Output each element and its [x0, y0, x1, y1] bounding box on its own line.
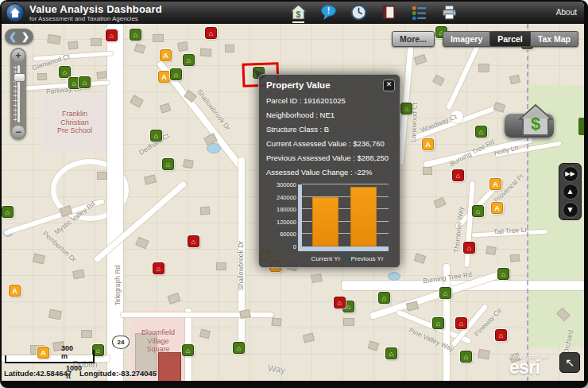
parcel-marker-green[interactable]: ⌂ — [79, 76, 91, 88]
street-label: Shallowbrook Dr — [195, 87, 232, 131]
longitude-value: Longitude:-83.274045 — [79, 369, 157, 378]
parcel-marker-green[interactable]: ⌂ — [439, 287, 451, 299]
zoom-in-button[interactable]: + — [12, 49, 25, 62]
parcel-marker-green[interactable]: ⌂ — [59, 66, 71, 78]
building — [478, 64, 489, 72]
parcel-marker-green[interactable]: ⌂ — [432, 317, 444, 329]
house-dollar-icon[interactable]: $ — [518, 103, 553, 140]
parcel-marker-green[interactable]: ⌂ — [475, 126, 487, 138]
building — [485, 246, 497, 255]
bar-current-yr — [312, 197, 338, 246]
esri-attribution: POWERED BY esri — [509, 355, 551, 374]
legend-list-icon[interactable] — [411, 4, 427, 21]
y-tick-label: 120000 — [268, 218, 296, 225]
field-value: -22% — [354, 168, 372, 177]
parcel-marker-a[interactable]: A — [158, 71, 170, 83]
building — [239, 309, 251, 319]
fast-forward-icon[interactable]: ▶▶ — [563, 166, 578, 182]
building — [134, 43, 146, 53]
svg-text:!: ! — [327, 6, 331, 15]
building — [272, 317, 282, 326]
road — [446, 36, 484, 110]
parcel-marker-green[interactable]: ⌂ — [233, 342, 245, 354]
parcel-marker-green[interactable]: ⌂ — [378, 292, 390, 304]
parcel-marker-green[interactable]: ⌂ — [385, 347, 397, 359]
clock-icon[interactable] — [350, 4, 367, 21]
collapsed-panel-edge-tab[interactable] — [578, 118, 584, 135]
basemap-button-tax-map[interactable]: Tax Map — [531, 31, 578, 47]
building — [33, 253, 45, 264]
parcel-marker-red[interactable]: ⌂ — [205, 27, 217, 39]
bookmarks-icon[interactable] — [381, 4, 397, 21]
road — [443, 264, 450, 388]
parcel-marker-a[interactable]: A — [9, 285, 21, 297]
about-link[interactable]: About — [556, 8, 577, 17]
down-arrow-icon[interactable]: ▼ — [563, 202, 578, 218]
parcel-marker-green[interactable]: ⌂ — [162, 158, 174, 170]
scale-metric-label: 300 m — [61, 344, 73, 360]
parcel-marker-red[interactable]: ⌂ — [188, 235, 199, 247]
close-icon[interactable]: ✕ — [383, 80, 395, 91]
parcel-marker-a[interactable]: A — [422, 138, 434, 150]
parcel-marker-green[interactable]: ⌂ — [150, 130, 162, 142]
building — [216, 262, 226, 270]
basemap-toggle-group: ImageryParcelTax Map — [443, 31, 578, 47]
scale-line — [5, 362, 95, 363]
assessed-value-bar-chart: 060000120000180000240000300000 Current Y… — [266, 183, 393, 262]
parcel-marker-red[interactable]: ⌂ — [153, 262, 164, 274]
field-value: NE1 — [320, 111, 335, 119]
building — [200, 206, 211, 215]
more-button[interactable]: More... — [392, 31, 435, 47]
popup-field: Structure Class : B — [266, 122, 393, 137]
expand-arrow-icon[interactable]: ↖ — [559, 352, 580, 373]
parcel-marker-green[interactable]: ⌂ — [497, 268, 509, 280]
parcel-marker-a[interactable]: A — [37, 347, 49, 359]
basemap-button-parcel[interactable]: Parcel — [490, 31, 531, 47]
parcel-marker-a[interactable]: A — [491, 202, 503, 214]
zoom-slider-thumb[interactable] — [14, 73, 25, 82]
parcel-marker-green[interactable]: ⌂ — [460, 351, 472, 363]
parcel-marker-green[interactable]: ⌂ — [183, 54, 195, 66]
popup-field: Previous Assessed Value : $288,250 — [266, 151, 393, 165]
alert-bubble-icon[interactable]: ! — [320, 4, 337, 21]
parcel-marker-red[interactable]: ⌂ — [106, 29, 118, 41]
parcel-marker-green[interactable]: ⌂ — [400, 103, 412, 114]
municipal-boundary-line — [527, 24, 528, 388]
parcel-marker-red[interactable]: ⌂ — [455, 317, 467, 329]
parcel-marker-red[interactable]: ⌂ — [334, 297, 346, 308]
parcel-marker-green[interactable]: ⌂ — [2, 206, 14, 218]
header-toolbar: $ ! — [290, 4, 458, 21]
building — [168, 293, 181, 305]
parcel-marker-green[interactable]: ⌂ — [130, 29, 141, 41]
building — [48, 309, 62, 320]
field-label: Assessed Value Change : — [266, 168, 354, 177]
building — [414, 253, 426, 264]
value-analysis-dashboard-window: Glenwood CtParkway TrlTelegraph RdShallo… — [0, 0, 588, 388]
parcel-marker-a[interactable]: A — [160, 49, 172, 61]
parcel-marker-green[interactable]: ⌂ — [170, 68, 182, 80]
up-arrow-icon[interactable]: ▲ — [563, 184, 578, 200]
basemap-button-imagery[interactable]: Imagery — [443, 31, 490, 47]
pond — [388, 272, 400, 281]
poi-label: BloomfieldVillageSquare — [141, 328, 175, 354]
previous-extent-button[interactable]: ❮ — [9, 32, 17, 41]
esri-logo: esri — [509, 359, 551, 374]
parcel-marker-green[interactable]: ⌂ — [182, 344, 194, 356]
parcel-marker-red[interactable]: ⌂ — [452, 169, 464, 181]
building — [432, 75, 444, 86]
field-value: $288,250 — [357, 153, 389, 162]
parcel-marker-red[interactable]: ⌂ — [495, 329, 507, 341]
parcel-marker-a[interactable]: A — [489, 178, 501, 190]
parcel-marker-green[interactable]: ⌂ — [472, 205, 484, 217]
print-icon[interactable] — [441, 4, 458, 21]
home-value-icon[interactable]: $ — [290, 4, 307, 21]
parcel-marker-red[interactable]: ⌂ — [463, 242, 475, 254]
zoom-out-button[interactable]: − — [12, 126, 25, 138]
building — [160, 103, 172, 113]
active-tool-underline — [292, 21, 304, 23]
building — [303, 333, 315, 343]
x-axis-label: Previous Yr — [343, 255, 391, 262]
scale-tick-left — [5, 355, 6, 363]
next-extent-button[interactable]: ❯ — [21, 32, 29, 41]
building — [144, 174, 157, 184]
